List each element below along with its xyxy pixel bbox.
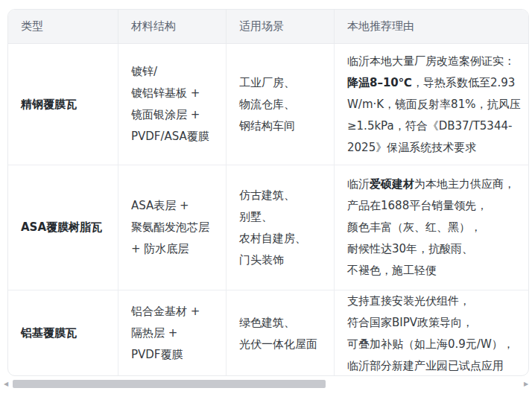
column-header-type: 类型: [8, 10, 118, 43]
cell-type: ASA覆膜树脂瓦: [8, 165, 118, 290]
column-header-structure: 材料结构: [118, 10, 227, 43]
cell-scenario: 仿古建筑、 别墅、 农村自建房、 门头装饰: [227, 165, 335, 290]
cell-reason: 支持直接安装光伏组件， 符合国家BIPV政策导向， 可叠加补贴（如上海0.9元/…: [335, 290, 528, 376]
cell-structure: 镀锌/ 镀铝锌基板 + 镜面银涂层 + PVDF/ASA覆膜: [118, 44, 227, 165]
cell-scenario: 绿色建筑、 光伏一体化屋面: [227, 290, 335, 376]
cell-reason: 临沂爱硕建材为本地主力供应商， 产品在1688平台销量领先， 颜色丰富（灰、红、…: [335, 165, 528, 290]
cell-type: 铝基覆膜瓦: [8, 290, 118, 376]
scroll-right-icon[interactable]: ▶: [522, 380, 530, 388]
table-row: 精钢覆膜瓦 镀锌/ 镀铝锌基板 + 镜面银涂层 + PVDF/ASA覆膜 工业厂…: [8, 44, 528, 165]
cell-scenario: 工业厂房、 物流仓库、 钢结构车间: [227, 44, 335, 165]
horizontal-scrollbar[interactable]: ◀ ▶: [0, 379, 532, 390]
cell-type: 精钢覆膜瓦: [8, 44, 118, 165]
cell-structure: ASA表层 + 聚氨酯发泡芯层 + 防水底层: [118, 165, 227, 290]
cell-reason: 临沂本地大量厂房改造案例证实： 降温8–10℃，导热系数低至2.93 W/m·K…: [335, 44, 528, 165]
cell-structure: 铝合金基材 + 隔热层 + PVDF覆膜: [118, 290, 227, 376]
column-header-reason: 本地推荐理由: [335, 10, 528, 43]
scrollbar-thumb[interactable]: [13, 380, 326, 388]
table-row: ASA覆膜树脂瓦 ASA表层 + 聚氨酯发泡芯层 + 防水底层 仿古建筑、 别墅…: [8, 165, 528, 290]
table-row: 铝基覆膜瓦 铝合金基材 + 隔热层 + PVDF覆膜 绿色建筑、 光伏一体化屋面…: [8, 290, 528, 376]
table-header-row: 类型 材料结构 适用场景 本地推荐理由: [8, 10, 528, 44]
scroll-left-icon[interactable]: ◀: [2, 380, 10, 388]
material-comparison-table: 类型 材料结构 适用场景 本地推荐理由 精钢覆膜瓦 镀锌/ 镀铝锌基板 + 镜面…: [7, 9, 529, 376]
column-header-scenario: 适用场景: [227, 10, 335, 43]
